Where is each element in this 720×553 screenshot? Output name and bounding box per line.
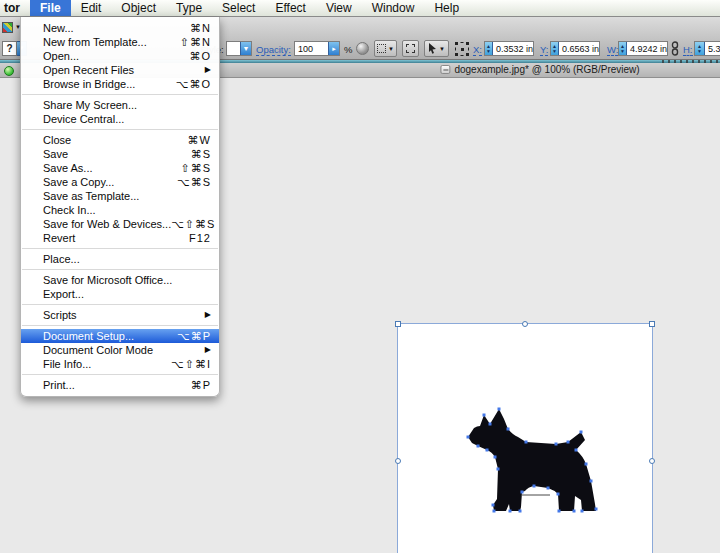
- y-value[interactable]: 0.6563 in: [559, 44, 599, 54]
- menu-item-share-my-screen[interactable]: Share My Screen...: [21, 98, 219, 112]
- style-dropdown[interactable]: ▼: [226, 41, 252, 56]
- submenu-arrow-icon: ▶: [205, 308, 211, 322]
- document-icon: [440, 65, 450, 74]
- chevron-down-icon: ▼: [388, 46, 394, 52]
- w-stepper[interactable]: ▲▼: [619, 42, 627, 55]
- menubar-item-edit[interactable]: Edit: [71, 0, 112, 16]
- menu-separator: [22, 94, 218, 95]
- x-field[interactable]: ▲▼ 0.3532 in: [484, 41, 534, 56]
- swatch-grid-icon: [2, 22, 13, 33]
- menu-item-close[interactable]: Close⌘W: [21, 133, 219, 147]
- selection-handle-top-left[interactable]: [395, 321, 401, 327]
- menu-item-file-info[interactable]: File Info...⌥⇧⌘I: [21, 357, 219, 371]
- dog-artwork[interactable]: [398, 324, 652, 553]
- marching-ants-icon: [377, 44, 386, 53]
- select-menu-button[interactable]: ▼: [424, 40, 449, 57]
- submenu-arrow-icon: ▶: [205, 63, 211, 77]
- menu-item-browse-in-bridge[interactable]: Browse in Bridge...⌥⌘O: [21, 77, 219, 91]
- menu-item-new-from-template[interactable]: New from Template...⇧⌘N: [21, 35, 219, 49]
- menu-item-check-in[interactable]: Check In...: [21, 203, 219, 217]
- submenu-arrow-icon: ▶: [205, 343, 211, 357]
- menubar-item-effect[interactable]: Effect: [265, 0, 315, 16]
- menu-item-place[interactable]: Place...: [21, 252, 219, 266]
- menu-item-open-recent-files[interactable]: Open Recent Files▶: [21, 63, 219, 77]
- opacity-field[interactable]: 100 ▸: [294, 41, 340, 56]
- menu-separator: [22, 129, 218, 130]
- x-stepper[interactable]: ▲▼: [485, 42, 493, 55]
- menubar-item-window[interactable]: Window: [362, 0, 425, 16]
- transform-reference-button[interactable]: [455, 42, 469, 56]
- window-button-green[interactable]: [4, 66, 14, 76]
- fill-swatch-menu[interactable]: ▼: [2, 20, 22, 34]
- menu-separator: [22, 248, 218, 249]
- file-menu: New...⌘N New from Template...⇧⌘N Open...…: [20, 17, 220, 397]
- selection-handle-top-right[interactable]: [649, 321, 655, 327]
- menubar-item-view[interactable]: View: [316, 0, 362, 16]
- y-label[interactable]: Y:: [540, 44, 548, 56]
- chevron-down-icon: ▼: [439, 46, 445, 52]
- dog-silhouette[interactable]: [468, 409, 596, 511]
- menu-item-document-setup[interactable]: Document Setup...⌥⌘P: [21, 329, 219, 343]
- selection-handle-mid-right[interactable]: [649, 458, 655, 464]
- artboard[interactable]: [398, 324, 652, 553]
- h-stepper[interactable]: ▲▼: [695, 42, 705, 55]
- menu-item-save-as-template[interactable]: Save as Template...: [21, 189, 219, 203]
- menubar-item-file[interactable]: File: [30, 0, 71, 16]
- menu-item-save-a-copy[interactable]: Save a Copy...⌥⌘S: [21, 175, 219, 189]
- select-similar-button[interactable]: ▼: [374, 40, 397, 57]
- opacity-label[interactable]: Opacity:: [256, 44, 291, 56]
- help-icon: ?: [2, 41, 17, 56]
- menu-item-open[interactable]: Open...⌘O: [21, 49, 219, 63]
- w-field[interactable]: ▲▼ 4.9242 in: [618, 41, 668, 56]
- selection-handle-mid-left[interactable]: [395, 458, 401, 464]
- opacity-value[interactable]: 100: [295, 44, 313, 54]
- opacity-popup-arrow[interactable]: ▸: [328, 42, 339, 55]
- document-tab[interactable]: dogexample.jpg* @ 100% (RGB/Preview): [440, 64, 639, 75]
- menu-separator: [22, 325, 218, 326]
- menu-bar: tor File Edit Object Type Select Effect …: [0, 0, 720, 17]
- y-stepper[interactable]: ▲▼: [551, 42, 559, 55]
- menu-item-save-for-web-devices[interactable]: Save for Web & Devices...⌥⇧⌘S: [21, 217, 219, 231]
- menu-item-export[interactable]: Export...: [21, 287, 219, 301]
- recolor-artwork-button[interactable]: [356, 42, 369, 55]
- menu-item-device-central[interactable]: Device Central...: [21, 112, 219, 126]
- menu-item-save-as[interactable]: Save As...⇧⌘S: [21, 161, 219, 175]
- document-tab-title: dogexample.jpg* @ 100% (RGB/Preview): [454, 64, 639, 75]
- y-field[interactable]: ▲▼ 0.6563 in: [550, 41, 600, 56]
- menu-item-save-for-microsoft-office[interactable]: Save for Microsoft Office...: [21, 273, 219, 287]
- h-value[interactable]: 5.35: [705, 44, 720, 54]
- isolate-object-button[interactable]: [402, 40, 419, 57]
- x-label[interactable]: X:: [473, 44, 482, 56]
- menu-separator: [22, 304, 218, 305]
- menu-item-save[interactable]: Save⌘S: [21, 147, 219, 161]
- menubar-item-help[interactable]: Help: [424, 0, 469, 16]
- percent-label: %: [344, 44, 352, 55]
- menubar-item-select[interactable]: Select: [212, 0, 265, 16]
- x-value[interactable]: 0.3532 in: [493, 44, 533, 54]
- dashed-square-icon: [406, 44, 415, 53]
- menu-item-new[interactable]: New...⌘N: [21, 21, 219, 35]
- menu-item-print[interactable]: Print...⌘P: [21, 378, 219, 392]
- menu-item-revert[interactable]: RevertF12: [21, 231, 219, 245]
- menu-item-document-color-mode[interactable]: Document Color Mode▶: [21, 343, 219, 357]
- ruler-ticks: [662, 60, 720, 63]
- w-value[interactable]: 4.9242 in: [627, 44, 667, 54]
- style-dropdown-arrow[interactable]: ▼: [240, 42, 251, 55]
- selection-handle-top-mid[interactable]: [522, 321, 528, 327]
- h-field[interactable]: ▲▼ 5.35: [694, 41, 720, 56]
- constrain-proportions-icon[interactable]: [671, 41, 679, 56]
- menu-item-scripts[interactable]: Scripts▶: [21, 308, 219, 322]
- cursor-icon: [428, 43, 437, 54]
- menubar-item-type[interactable]: Type: [166, 0, 212, 16]
- menu-separator: [22, 269, 218, 270]
- menubar-item-object[interactable]: Object: [111, 0, 166, 16]
- h-label[interactable]: H:: [683, 44, 693, 56]
- menubar-item-illustrator[interactable]: tor: [0, 0, 30, 16]
- w-label[interactable]: W:: [607, 44, 618, 56]
- menu-separator: [22, 374, 218, 375]
